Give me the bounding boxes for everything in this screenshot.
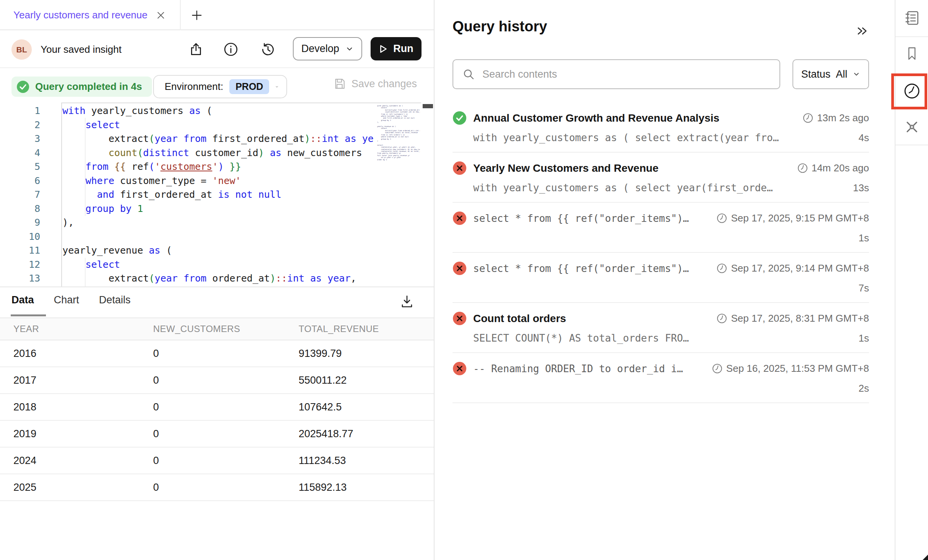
history-item[interactable]: select * from {{ ref("order_items")…Sep … (453, 203, 869, 253)
history-item-duration: 13s (853, 182, 869, 194)
share-button[interactable] (187, 41, 205, 58)
status-filter-label: Status (801, 68, 831, 80)
results-table-body: 2016091399.7920170550011.2220180107642.5… (0, 340, 434, 501)
table-cell: 2019 (0, 428, 153, 440)
editor-panel: Yearly customers and revenue BL Your sav… (0, 0, 434, 560)
table-cell: 0 (153, 374, 299, 386)
run-button[interactable]: Run (371, 37, 422, 60)
history-list: Annual Customer Growth and Revenue Analy… (453, 103, 869, 403)
search-input[interactable] (482, 68, 772, 80)
version-history-button[interactable] (259, 41, 277, 58)
dbt-icon (903, 119, 920, 135)
collapse-panel-button[interactable] (853, 22, 871, 40)
dbt-button[interactable] (902, 117, 921, 137)
clock-icon (717, 313, 727, 324)
history-item-duration: 2s (859, 383, 869, 394)
header-cell-new-customers: NEW_CUSTOMERS (153, 324, 299, 334)
table-cell: 0 (153, 428, 299, 440)
search-icon (462, 68, 475, 80)
code-line: 8 group by 1 (0, 202, 373, 216)
tab-chart[interactable]: Chart (54, 294, 79, 306)
code-line: 5 from {{ ref('customers') }} (0, 160, 373, 174)
line-number: 5 (0, 160, 40, 174)
history-item[interactable]: Count total ordersSep 17, 2025, 8:31 PM … (453, 303, 869, 353)
develop-dropdown[interactable]: Develop (293, 37, 362, 60)
check-circle-icon (16, 80, 30, 94)
tab-data[interactable]: Data (11, 294, 34, 306)
clock-icon (717, 213, 727, 223)
status-filter-value: All (836, 68, 847, 80)
annotation-highlight (891, 73, 927, 109)
line-number: 4 (0, 146, 40, 160)
history-item[interactable]: Yearly New Customers and Revenue14m 20s … (453, 153, 869, 203)
download-button[interactable] (398, 293, 416, 310)
code-editor[interactable]: 1with yearly_customers as (2 select3 ext… (0, 103, 434, 287)
tab-title: Yearly customers and revenue (13, 9, 147, 21)
history-item-time: 13m 2s ago (803, 112, 869, 124)
error-cross-icon (453, 261, 467, 275)
new-tab-button[interactable] (188, 7, 205, 24)
line-number: 9 (0, 216, 40, 230)
header-cell-year: YEAR (0, 324, 153, 334)
table-cell: 107642.5 (299, 401, 434, 413)
clock-icon (797, 163, 808, 173)
code-line: 7 and first_ordered_at is not null (0, 188, 373, 202)
table-cell: 111234.53 (299, 455, 434, 467)
history-item-time: Sep 17, 2025, 9:15 PM GMT+8 (717, 212, 869, 224)
code-line: 3 extract(year from first_ordered_at)::i… (0, 132, 373, 146)
environment-dropdown[interactable]: Environment: PROD (153, 75, 287, 98)
save-changes-button[interactable]: Save changes (333, 77, 417, 90)
chevron-down-icon (275, 83, 279, 91)
table-cell: 0 (153, 348, 299, 360)
history-item[interactable]: -- Renaming ORDER_ID to order_id i…Sep 1… (453, 353, 869, 403)
table-cell: 0 (153, 482, 299, 493)
code-line: 12 select (0, 258, 373, 272)
line-number: 3 (0, 132, 40, 146)
active-tab-underline (11, 314, 46, 316)
save-icon (333, 77, 346, 90)
history-item-time: Sep 17, 2025, 9:14 PM GMT+8 (717, 262, 869, 274)
clock-icon (803, 113, 813, 123)
code-line: 4 count(distinct customer_id) as new_cus… (0, 146, 373, 160)
table-cell: 91399.79 (299, 348, 434, 360)
line-number: 1 (0, 104, 40, 118)
history-item-duration: 1s (859, 232, 869, 244)
environment-value-badge: PROD (229, 79, 269, 94)
avatar: BL (11, 39, 32, 60)
code-line: 13 extract(year from ordered_at)::int as… (0, 272, 373, 286)
query-history-panel: Query history Status All Annual Customer… (435, 0, 895, 560)
history-item[interactable]: select * from {{ ref("order_items")…Sep … (453, 253, 869, 303)
line-number: 7 (0, 188, 40, 202)
chevron-down-icon (853, 70, 860, 78)
bookmark-button[interactable] (902, 44, 921, 63)
tab-yearly-customers-and-revenue[interactable]: Yearly customers and revenue (13, 0, 166, 30)
results-tabs: Data Chart Details (11, 294, 131, 306)
minimap[interactable]: with yearly_customers as ( select extrac… (377, 105, 420, 285)
info-button[interactable] (222, 41, 240, 58)
code-line: 9), (0, 216, 373, 230)
table-row: 201902025418.77 (0, 421, 434, 448)
history-item-title: select * from {{ ref("order_items")… (473, 263, 709, 274)
develop-label: Develop (301, 43, 339, 55)
notebook-button[interactable] (902, 8, 921, 28)
table-cell: 2017 (0, 374, 153, 386)
sidebar-divider (895, 145, 928, 145)
notebook-icon (903, 10, 920, 26)
tab-details[interactable]: Details (99, 294, 131, 306)
play-icon (379, 44, 388, 54)
history-item[interactable]: Annual Customer Growth and Revenue Analy… (453, 103, 869, 153)
table-cell: 0 (153, 401, 299, 413)
tab-separator (180, 0, 181, 30)
chevron-down-icon (345, 45, 354, 53)
history-item-duration: 7s (859, 282, 869, 294)
editor-scrollbar[interactable] (423, 104, 433, 108)
app-window: { "colors":{ "accent":"#6a4df4","success… (0, 0, 928, 560)
status-filter-dropdown[interactable]: Status All (792, 59, 869, 89)
close-icon[interactable] (156, 10, 166, 20)
history-item-time: 14m 20s ago (797, 162, 869, 174)
table-cell: 2018 (0, 401, 153, 413)
bookmark-icon (904, 46, 920, 61)
line-number: 10 (0, 230, 40, 244)
table-cell: 2024 (0, 455, 153, 467)
search-input-wrapper[interactable] (453, 59, 780, 89)
